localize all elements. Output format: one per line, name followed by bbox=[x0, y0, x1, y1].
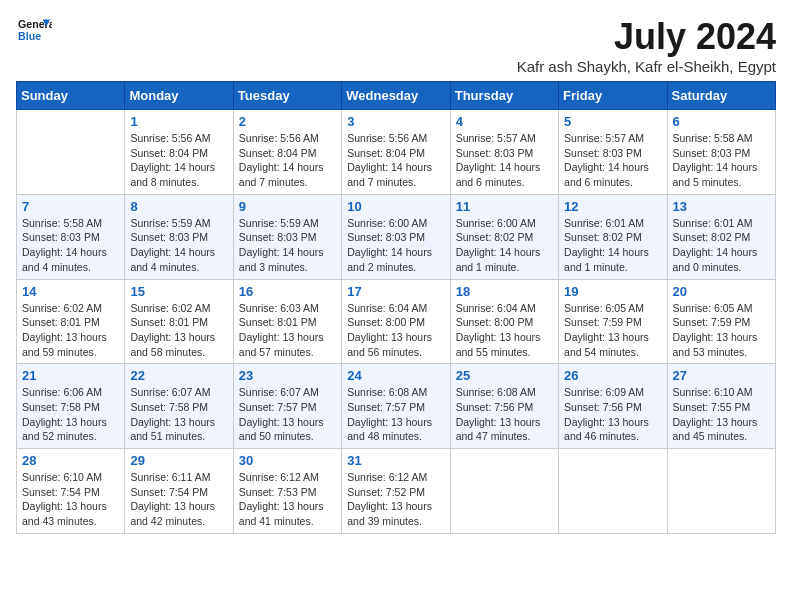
day-number: 12 bbox=[564, 199, 661, 214]
calendar-day-header: Thursday bbox=[450, 82, 558, 110]
day-info: Sunrise: 6:10 AMSunset: 7:55 PMDaylight:… bbox=[673, 385, 770, 444]
day-info: Sunrise: 6:05 AMSunset: 7:59 PMDaylight:… bbox=[673, 301, 770, 360]
calendar-table: SundayMondayTuesdayWednesdayThursdayFrid… bbox=[16, 81, 776, 534]
logo-icon: General Blue bbox=[16, 16, 52, 46]
day-number: 5 bbox=[564, 114, 661, 129]
calendar-cell: 28Sunrise: 6:10 AMSunset: 7:54 PMDayligh… bbox=[17, 449, 125, 534]
day-info: Sunrise: 5:57 AMSunset: 8:03 PMDaylight:… bbox=[564, 131, 661, 190]
calendar-day-header: Friday bbox=[559, 82, 667, 110]
calendar-week-row: 7Sunrise: 5:58 AMSunset: 8:03 PMDaylight… bbox=[17, 194, 776, 279]
day-number: 20 bbox=[673, 284, 770, 299]
day-info: Sunrise: 6:04 AMSunset: 8:00 PMDaylight:… bbox=[347, 301, 444, 360]
calendar-cell: 3Sunrise: 5:56 AMSunset: 8:04 PMDaylight… bbox=[342, 110, 450, 195]
day-info: Sunrise: 5:57 AMSunset: 8:03 PMDaylight:… bbox=[456, 131, 553, 190]
calendar-day-header: Wednesday bbox=[342, 82, 450, 110]
title-block: July 2024 Kafr ash Shaykh, Kafr el-Sheik… bbox=[517, 16, 776, 75]
day-number: 26 bbox=[564, 368, 661, 383]
calendar-cell: 21Sunrise: 6:06 AMSunset: 7:58 PMDayligh… bbox=[17, 364, 125, 449]
calendar-cell: 2Sunrise: 5:56 AMSunset: 8:04 PMDaylight… bbox=[233, 110, 341, 195]
calendar-cell: 26Sunrise: 6:09 AMSunset: 7:56 PMDayligh… bbox=[559, 364, 667, 449]
day-info: Sunrise: 6:09 AMSunset: 7:56 PMDaylight:… bbox=[564, 385, 661, 444]
calendar-day-header: Monday bbox=[125, 82, 233, 110]
calendar-day-header: Sunday bbox=[17, 82, 125, 110]
day-info: Sunrise: 6:02 AMSunset: 8:01 PMDaylight:… bbox=[22, 301, 119, 360]
day-info: Sunrise: 6:12 AMSunset: 7:52 PMDaylight:… bbox=[347, 470, 444, 529]
day-number: 29 bbox=[130, 453, 227, 468]
logo: General Blue bbox=[16, 16, 52, 46]
day-info: Sunrise: 6:07 AMSunset: 7:58 PMDaylight:… bbox=[130, 385, 227, 444]
calendar-cell: 6Sunrise: 5:58 AMSunset: 8:03 PMDaylight… bbox=[667, 110, 775, 195]
calendar-cell: 8Sunrise: 5:59 AMSunset: 8:03 PMDaylight… bbox=[125, 194, 233, 279]
day-number: 8 bbox=[130, 199, 227, 214]
calendar-cell bbox=[559, 449, 667, 534]
month-title: July 2024 bbox=[517, 16, 776, 58]
day-number: 25 bbox=[456, 368, 553, 383]
calendar-cell: 7Sunrise: 5:58 AMSunset: 8:03 PMDaylight… bbox=[17, 194, 125, 279]
day-number: 4 bbox=[456, 114, 553, 129]
calendar-week-row: 28Sunrise: 6:10 AMSunset: 7:54 PMDayligh… bbox=[17, 449, 776, 534]
calendar-cell: 9Sunrise: 5:59 AMSunset: 8:03 PMDaylight… bbox=[233, 194, 341, 279]
location-title: Kafr ash Shaykh, Kafr el-Sheikh, Egypt bbox=[517, 58, 776, 75]
day-info: Sunrise: 6:07 AMSunset: 7:57 PMDaylight:… bbox=[239, 385, 336, 444]
day-info: Sunrise: 6:06 AMSunset: 7:58 PMDaylight:… bbox=[22, 385, 119, 444]
day-info: Sunrise: 5:56 AMSunset: 8:04 PMDaylight:… bbox=[347, 131, 444, 190]
day-info: Sunrise: 6:02 AMSunset: 8:01 PMDaylight:… bbox=[130, 301, 227, 360]
day-number: 31 bbox=[347, 453, 444, 468]
day-number: 28 bbox=[22, 453, 119, 468]
calendar-cell: 25Sunrise: 6:08 AMSunset: 7:56 PMDayligh… bbox=[450, 364, 558, 449]
header: General Blue July 2024 Kafr ash Shaykh, … bbox=[16, 16, 776, 75]
calendar-cell bbox=[17, 110, 125, 195]
day-number: 14 bbox=[22, 284, 119, 299]
day-number: 6 bbox=[673, 114, 770, 129]
calendar-day-header: Tuesday bbox=[233, 82, 341, 110]
day-number: 13 bbox=[673, 199, 770, 214]
calendar-cell bbox=[667, 449, 775, 534]
day-info: Sunrise: 6:10 AMSunset: 7:54 PMDaylight:… bbox=[22, 470, 119, 529]
calendar-cell: 16Sunrise: 6:03 AMSunset: 8:01 PMDayligh… bbox=[233, 279, 341, 364]
calendar-cell: 14Sunrise: 6:02 AMSunset: 8:01 PMDayligh… bbox=[17, 279, 125, 364]
day-info: Sunrise: 5:59 AMSunset: 8:03 PMDaylight:… bbox=[239, 216, 336, 275]
svg-text:Blue: Blue bbox=[18, 30, 41, 42]
calendar-cell: 29Sunrise: 6:11 AMSunset: 7:54 PMDayligh… bbox=[125, 449, 233, 534]
day-info: Sunrise: 6:00 AMSunset: 8:02 PMDaylight:… bbox=[456, 216, 553, 275]
day-number: 17 bbox=[347, 284, 444, 299]
calendar-cell: 5Sunrise: 5:57 AMSunset: 8:03 PMDaylight… bbox=[559, 110, 667, 195]
day-info: Sunrise: 6:04 AMSunset: 8:00 PMDaylight:… bbox=[456, 301, 553, 360]
day-info: Sunrise: 6:00 AMSunset: 8:03 PMDaylight:… bbox=[347, 216, 444, 275]
day-info: Sunrise: 6:01 AMSunset: 8:02 PMDaylight:… bbox=[673, 216, 770, 275]
calendar-week-row: 21Sunrise: 6:06 AMSunset: 7:58 PMDayligh… bbox=[17, 364, 776, 449]
day-number: 1 bbox=[130, 114, 227, 129]
day-number: 19 bbox=[564, 284, 661, 299]
day-number: 24 bbox=[347, 368, 444, 383]
day-number: 15 bbox=[130, 284, 227, 299]
day-number: 9 bbox=[239, 199, 336, 214]
day-info: Sunrise: 6:11 AMSunset: 7:54 PMDaylight:… bbox=[130, 470, 227, 529]
calendar-cell: 18Sunrise: 6:04 AMSunset: 8:00 PMDayligh… bbox=[450, 279, 558, 364]
calendar-header-row: SundayMondayTuesdayWednesdayThursdayFrid… bbox=[17, 82, 776, 110]
day-info: Sunrise: 6:01 AMSunset: 8:02 PMDaylight:… bbox=[564, 216, 661, 275]
calendar-cell: 27Sunrise: 6:10 AMSunset: 7:55 PMDayligh… bbox=[667, 364, 775, 449]
day-number: 2 bbox=[239, 114, 336, 129]
calendar-cell: 20Sunrise: 6:05 AMSunset: 7:59 PMDayligh… bbox=[667, 279, 775, 364]
day-info: Sunrise: 5:56 AMSunset: 8:04 PMDaylight:… bbox=[239, 131, 336, 190]
day-number: 7 bbox=[22, 199, 119, 214]
day-info: Sunrise: 6:12 AMSunset: 7:53 PMDaylight:… bbox=[239, 470, 336, 529]
day-number: 23 bbox=[239, 368, 336, 383]
calendar-cell: 17Sunrise: 6:04 AMSunset: 8:00 PMDayligh… bbox=[342, 279, 450, 364]
day-info: Sunrise: 5:59 AMSunset: 8:03 PMDaylight:… bbox=[130, 216, 227, 275]
calendar-cell: 19Sunrise: 6:05 AMSunset: 7:59 PMDayligh… bbox=[559, 279, 667, 364]
calendar-cell: 12Sunrise: 6:01 AMSunset: 8:02 PMDayligh… bbox=[559, 194, 667, 279]
calendar-cell: 10Sunrise: 6:00 AMSunset: 8:03 PMDayligh… bbox=[342, 194, 450, 279]
calendar-cell: 23Sunrise: 6:07 AMSunset: 7:57 PMDayligh… bbox=[233, 364, 341, 449]
calendar-cell bbox=[450, 449, 558, 534]
day-number: 16 bbox=[239, 284, 336, 299]
day-info: Sunrise: 5:56 AMSunset: 8:04 PMDaylight:… bbox=[130, 131, 227, 190]
day-info: Sunrise: 5:58 AMSunset: 8:03 PMDaylight:… bbox=[673, 131, 770, 190]
day-number: 27 bbox=[673, 368, 770, 383]
calendar-day-header: Saturday bbox=[667, 82, 775, 110]
day-info: Sunrise: 5:58 AMSunset: 8:03 PMDaylight:… bbox=[22, 216, 119, 275]
calendar-week-row: 1Sunrise: 5:56 AMSunset: 8:04 PMDaylight… bbox=[17, 110, 776, 195]
calendar-cell: 15Sunrise: 6:02 AMSunset: 8:01 PMDayligh… bbox=[125, 279, 233, 364]
day-number: 21 bbox=[22, 368, 119, 383]
calendar-week-row: 14Sunrise: 6:02 AMSunset: 8:01 PMDayligh… bbox=[17, 279, 776, 364]
